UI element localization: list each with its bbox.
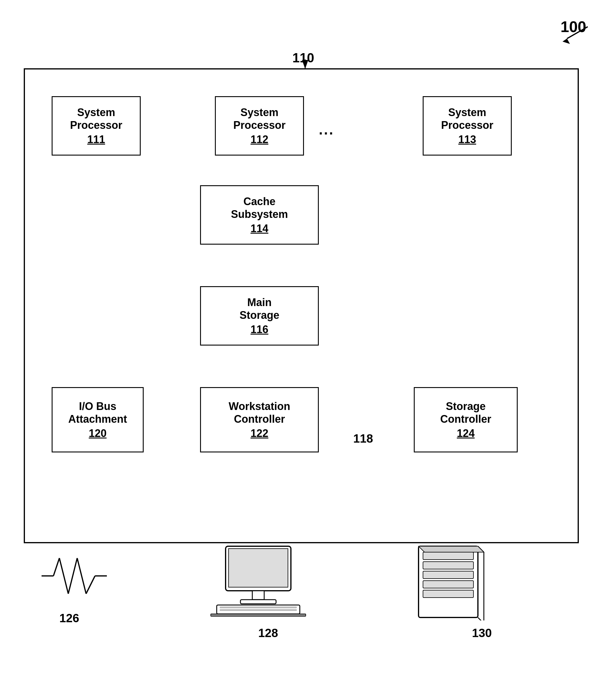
svg-line-35 — [59, 558, 68, 594]
svg-rect-41 — [228, 548, 288, 587]
storage-num: 116 — [251, 323, 268, 336]
system-processor-112: SystemProcessor 112 — [215, 96, 304, 156]
system-processor-111: SystemProcessor 111 — [52, 96, 141, 156]
sp113-num: 113 — [458, 133, 476, 146]
label-130: 130 — [472, 626, 492, 640]
cache-subsystem-114: CacheSubsystem 114 — [200, 185, 319, 244]
label-126: 126 — [59, 611, 79, 625]
svg-rect-49 — [423, 552, 473, 560]
sp111-num: 111 — [87, 133, 105, 146]
svg-rect-47 — [211, 614, 306, 616]
svg-rect-53 — [423, 590, 473, 598]
svg-rect-51 — [423, 571, 473, 578]
storage-controller-124: StorageController 124 — [414, 387, 518, 452]
system-processor-113: SystemProcessor 113 — [423, 96, 512, 156]
iobus-attachment-120: I/O BusAttachment 120 — [52, 387, 144, 452]
sp112-num: 112 — [251, 133, 268, 146]
sc-num: 124 — [457, 427, 475, 440]
svg-line-55 — [478, 618, 484, 620]
sc-title: StorageController — [440, 400, 491, 425]
label-128: 128 — [258, 626, 278, 640]
label-110: 110 — [292, 50, 314, 65]
sp111-title: SystemProcessor — [70, 106, 122, 131]
svg-line-34 — [53, 558, 59, 576]
svg-rect-43 — [240, 600, 276, 604]
svg-rect-52 — [423, 580, 473, 588]
cache-title: CacheSubsystem — [231, 195, 288, 221]
svg-rect-50 — [423, 562, 473, 569]
svg-marker-32 — [562, 38, 570, 44]
label-118: 118 — [353, 432, 373, 445]
storage-title: MainStorage — [240, 296, 279, 321]
sp113-title: SystemProcessor — [441, 106, 493, 131]
iobus-num: 120 — [89, 427, 107, 440]
computer-icon — [208, 543, 309, 618]
svg-line-37 — [77, 558, 86, 594]
svg-line-38 — [86, 576, 95, 594]
main-storage-116: MainStorage 116 — [200, 286, 319, 346]
dots-separator: ... — [319, 122, 334, 138]
iobus-title: I/O BusAttachment — [68, 400, 127, 425]
svg-line-36 — [68, 558, 77, 594]
main-ref-number: 100 — [560, 18, 586, 36]
svg-rect-45 — [220, 606, 297, 608]
cache-num: 114 — [251, 222, 268, 235]
outer-box: SystemProcessor 111 SystemProcessor 112 … — [24, 68, 579, 543]
svg-rect-42 — [252, 591, 264, 600]
svg-marker-57 — [419, 546, 484, 552]
zigzag-icon — [42, 549, 107, 603]
svg-rect-46 — [220, 609, 297, 611]
wc-num: 122 — [251, 427, 268, 440]
server-icon — [410, 543, 487, 620]
sp112-title: SystemProcessor — [233, 106, 286, 131]
workstation-controller-122: WorkstationController 122 — [200, 387, 319, 452]
wc-title: WorkstationController — [228, 400, 290, 425]
